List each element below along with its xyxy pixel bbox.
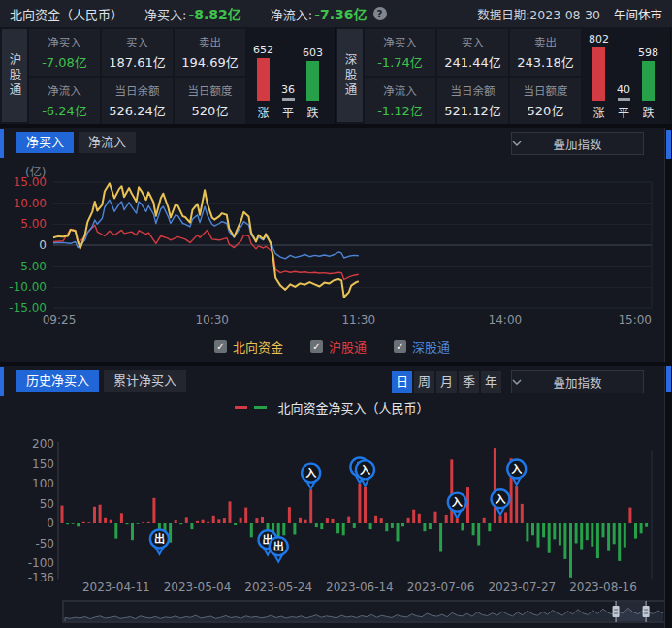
section1-scroll-thumb[interactable] (666, 130, 671, 159)
bar (309, 489, 312, 523)
line-chart-legend: ✓北向资金✓沪股通✓深股通 (0, 337, 664, 356)
updown-label: 平 (618, 104, 629, 120)
checkbox-icon[interactable]: ✓ (394, 340, 406, 353)
bar (207, 522, 209, 523)
x-tick-label: 09:25 (43, 313, 77, 327)
net-buy-label: 净买入: (144, 5, 186, 23)
stat-value: 526.24亿 (109, 101, 166, 119)
bar (82, 522, 85, 523)
intraday-chart-section: 净买入净流入 叠加指数 (亿) 15.0010.005.000-5.00-10.… (0, 128, 672, 362)
bar (293, 523, 296, 535)
stat-value: 241.44亿 (444, 52, 501, 71)
legend-item-1[interactable]: ✓沪股通 (310, 337, 367, 356)
stat-value: 520亿 (192, 101, 229, 119)
legend-item-0[interactable]: ✓北向资金 (214, 337, 283, 356)
stat-value: 187.61亿 (109, 52, 166, 71)
help-icon[interactable]: ? (373, 7, 387, 20)
stat-label: 当日额度 (524, 82, 568, 98)
net-inflow-summary: 净流入: -7.36亿 ? (271, 4, 387, 23)
checkbox-icon[interactable]: ✓ (214, 340, 227, 353)
updown-column: 598跌 (638, 31, 658, 120)
pin-glyph: 入 (511, 463, 522, 476)
bar (575, 523, 578, 544)
marker-pin-出[interactable]: 出 (150, 529, 169, 554)
line-series-北向资金 (53, 183, 359, 297)
updown-bar (642, 61, 655, 101)
bar (645, 523, 648, 527)
stat-cell: 买入241.44亿 (437, 29, 508, 76)
flat-count: 36 (281, 83, 295, 96)
bar (412, 510, 415, 523)
bar (244, 508, 247, 523)
updown-bar (257, 58, 270, 101)
y-tick-label: -100 (28, 556, 54, 570)
bar (607, 523, 610, 551)
y-tick-label: -5.00 (16, 260, 47, 273)
northbound-funds-panel: 北向资金（人民币） 净买入: -8.82亿 净流入: -7.36亿 ? 数据日期… (0, 0, 672, 628)
line-series-沪股通 (53, 225, 359, 279)
bar (624, 523, 626, 548)
section1-scrollbar[interactable] (665, 128, 672, 362)
section2-scroll-thumb[interactable] (666, 366, 671, 392)
handle-grip[interactable] (613, 606, 620, 617)
bar (472, 523, 475, 535)
updown-column: 603跌 (303, 31, 323, 120)
marker-pin-出[interactable]: 出 (270, 537, 288, 562)
updown-label: 平 (282, 104, 294, 120)
bar (261, 517, 264, 523)
bar (299, 518, 302, 523)
y-tick-label: 15.00 (14, 175, 47, 189)
checkbox-icon[interactable]: ✓ (310, 340, 323, 353)
y-tick-label: 100 (32, 477, 54, 490)
bar (332, 519, 335, 523)
connect-boards: 沪股通净买入-7.08亿买入187.61亿卖出194.69亿净流入-6.24亿当… (0, 27, 672, 124)
up-count: 652 (253, 44, 273, 56)
bar (353, 523, 356, 528)
bar (499, 516, 502, 523)
bar (515, 486, 518, 523)
section2-scrollbar[interactable] (665, 366, 672, 628)
handle-grip[interactable] (643, 606, 650, 617)
stat-cell: 当日余额521.12亿 (437, 78, 508, 124)
range-selected-window[interactable] (616, 602, 646, 621)
bar (110, 520, 112, 523)
stat-label: 当日余额 (451, 82, 496, 98)
x-tick-label: 14:00 (489, 313, 523, 327)
updown-bar (592, 47, 605, 101)
bar (175, 520, 177, 523)
updown-column: 652涨 (253, 31, 273, 120)
stat-label: 卖出 (199, 34, 221, 49)
net-buy-value: -8.82亿 (188, 4, 240, 23)
legend-label: 沪股通 (329, 337, 367, 356)
updown-label: 跌 (642, 104, 654, 120)
y-tick-label: 200 (32, 437, 54, 451)
bar (131, 523, 134, 540)
bar (531, 523, 534, 535)
legend-label: 深股通 (412, 337, 450, 356)
bar (358, 484, 361, 523)
y-tick-label: -10.00 (9, 280, 47, 294)
pin-glyph: 入 (360, 464, 370, 477)
bar (385, 523, 388, 531)
bar (93, 507, 96, 523)
bar (196, 521, 199, 523)
bar (542, 523, 545, 537)
y-tick-label: 50 (40, 497, 54, 511)
stat-label: 当日余额 (115, 82, 160, 98)
bar (618, 523, 621, 561)
pin-glyph: 入 (495, 493, 505, 506)
y-tick-label: 5.00 (20, 217, 47, 231)
pin-glyph: 出 (273, 540, 284, 553)
stat-label: 买入 (462, 34, 484, 49)
x-tick-label: 10:30 (195, 313, 229, 327)
updown-label: 涨 (592, 104, 604, 120)
legend-item-2[interactable]: ✓深股通 (394, 337, 450, 356)
board-stats-grid: 净买入-7.08亿买入187.61亿卖出194.69亿净流入-6.24亿当日余额… (29, 27, 245, 124)
marker-pin-入[interactable]: 入 (302, 464, 320, 489)
stat-value: -1.12亿 (377, 101, 423, 119)
bar (397, 523, 400, 541)
updown-column: 802涨 (589, 31, 609, 120)
bar (423, 523, 426, 531)
pin-glyph: 入 (305, 467, 316, 480)
bar (488, 523, 491, 531)
